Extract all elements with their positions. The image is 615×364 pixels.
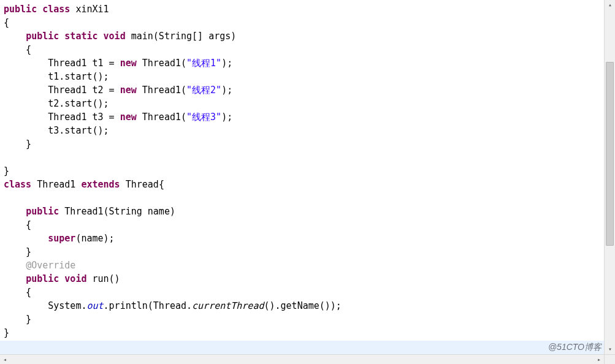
scrollbar-thumb[interactable] bbox=[606, 62, 614, 246]
code-editor[interactable]: public class xinXi1 { public static void… bbox=[0, 0, 604, 346]
class-name: xinXi1 bbox=[75, 4, 109, 15]
code-text: ); bbox=[221, 58, 232, 69]
code-text: Thread1 t2 = bbox=[48, 85, 120, 96]
keyword-void: void bbox=[64, 273, 86, 284]
ctor-params: (String name) bbox=[104, 206, 175, 217]
code-text: Thread1 t1 = bbox=[48, 58, 120, 69]
scroll-left-arrow-icon[interactable]: ◂ bbox=[0, 355, 10, 364]
vertical-scrollbar[interactable]: ▴ ▾ bbox=[604, 0, 615, 354]
static-method-currentThread: currentThread bbox=[192, 300, 264, 311]
keyword-class: class bbox=[42, 4, 70, 15]
code-text: Thread1( bbox=[137, 58, 186, 69]
code-text: t3.start(); bbox=[48, 125, 109, 136]
method-name: main bbox=[131, 31, 153, 42]
watermark-text: @51CTO博客 bbox=[548, 342, 602, 353]
method-params: () bbox=[109, 273, 120, 284]
code-text: System. bbox=[48, 300, 86, 311]
source-code: public class xinXi1 { public static void… bbox=[0, 0, 604, 342]
keyword-new: new bbox=[120, 58, 137, 69]
static-field-out: out bbox=[86, 300, 103, 311]
super-class: Thread bbox=[126, 179, 159, 190]
scrollbar-track[interactable] bbox=[605, 10, 615, 344]
param-name: args bbox=[208, 31, 231, 42]
keyword-super: super bbox=[48, 233, 75, 244]
code-text: Thread1 t3 = bbox=[48, 112, 120, 123]
keyword-public: public bbox=[26, 31, 59, 42]
keyword-public: public bbox=[26, 206, 59, 217]
code-text: t1.start(); bbox=[48, 71, 109, 82]
code-text: t2.start(); bbox=[48, 98, 109, 109]
code-text: .println(Thread. bbox=[104, 300, 193, 311]
scroll-up-arrow-icon[interactable]: ▴ bbox=[605, 0, 615, 10]
string-literal: "线程2" bbox=[186, 85, 221, 96]
code-text: ); bbox=[221, 85, 232, 96]
params-prefix: (String[] bbox=[153, 31, 208, 42]
horizontal-scrollbar[interactable]: ◂ ▸ bbox=[0, 354, 604, 364]
keyword-void: void bbox=[104, 31, 126, 42]
code-text: (name); bbox=[75, 233, 114, 244]
code-text: ().getName()); bbox=[264, 300, 341, 311]
keyword-class: class bbox=[4, 179, 31, 190]
keyword-public: public bbox=[4, 4, 37, 15]
params-suffix: ) bbox=[231, 31, 236, 42]
keyword-static: static bbox=[64, 31, 97, 42]
method-name: run bbox=[93, 273, 109, 284]
scrollbar-corner bbox=[604, 354, 615, 364]
code-text: Thread1( bbox=[137, 85, 186, 96]
scroll-down-arrow-icon[interactable]: ▾ bbox=[605, 344, 615, 354]
keyword-extends: extends bbox=[81, 179, 120, 190]
code-text: Thread1( bbox=[137, 112, 186, 123]
keyword-new: new bbox=[120, 85, 137, 96]
class-name: Thread1 bbox=[37, 179, 75, 190]
keyword-public: public bbox=[26, 273, 59, 284]
string-literal: "线程3" bbox=[186, 112, 221, 123]
ctor-name: Thread1 bbox=[64, 206, 103, 217]
scroll-right-arrow-icon[interactable]: ▸ bbox=[594, 355, 604, 364]
annotation-override: @Override bbox=[26, 260, 75, 271]
keyword-new: new bbox=[120, 112, 137, 123]
code-text: ); bbox=[221, 112, 232, 123]
string-literal: "线程1" bbox=[186, 58, 221, 69]
